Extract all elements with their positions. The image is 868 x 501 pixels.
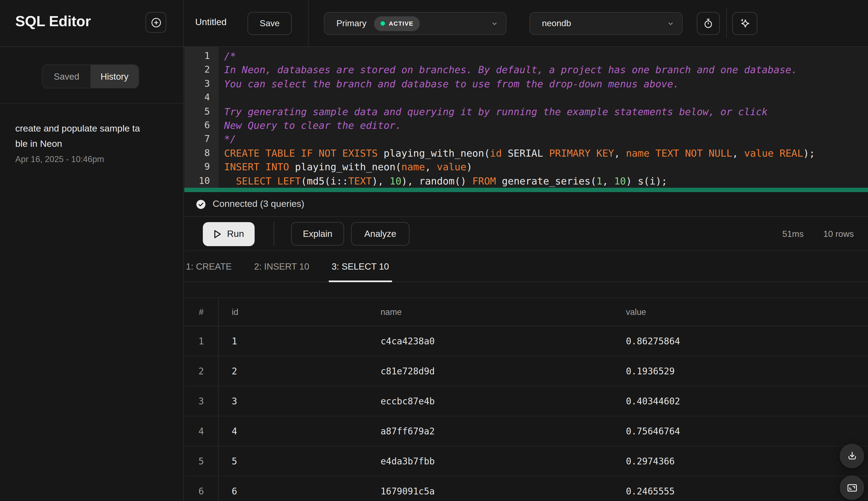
code-token-pl: ), random()	[401, 175, 472, 186]
download-icon	[846, 450, 858, 462]
code-token-pl: ,	[425, 161, 437, 172]
active-status-dot	[381, 21, 385, 26]
table-cell-id: 6	[219, 477, 367, 501]
code-line-content: New Query to clear the editor.	[219, 118, 401, 132]
line-number: 3	[184, 77, 219, 91]
download-results-button[interactable]	[840, 444, 864, 468]
code-token-kw: id	[490, 147, 502, 159]
code-token-nu: 10	[389, 175, 401, 186]
code-token-pl: (md5(i::	[301, 175, 348, 186]
code-token-kw: FROM	[472, 175, 496, 186]
code-token-pl: ) s(i);	[626, 175, 667, 186]
code-token-pl: ,	[602, 175, 614, 186]
check-circle-icon	[195, 199, 207, 210]
table-cell-name: c81e728d9d	[367, 356, 613, 386]
code-line: 5Try generating sample data and querying…	[184, 105, 868, 118]
explain-button[interactable]: Explain	[291, 222, 344, 246]
result-tab[interactable]: 2: INSERT 10	[253, 251, 310, 281]
code-line-content	[219, 90, 224, 105]
table-row: 33eccbc87e4b0.40344602	[184, 386, 868, 416]
history-list-item[interactable]: create and populate sample table in Neon…	[15, 121, 173, 164]
code-token-kw: INSERT INTO	[224, 161, 289, 172]
stopwatch-icon	[702, 18, 714, 30]
table-cell-id: 3	[219, 386, 367, 416]
table-row: 11c4ca4238a00.86275864	[184, 326, 868, 356]
code-token-cm: You can select the branch and database t…	[224, 78, 679, 89]
circle-plus-icon	[150, 16, 162, 29]
line-number: 2	[184, 63, 219, 77]
table-cell-name: eccbc87e4b	[367, 386, 613, 416]
save-button[interactable]: Save	[248, 12, 292, 35]
query-history-timer-button[interactable]	[697, 12, 720, 35]
run-button-label: Run	[227, 228, 244, 239]
code-line: 10 SELECT LEFT(md5(i::TEXT), 10), random…	[184, 174, 868, 188]
query-duration: 51ms	[782, 229, 804, 239]
toolbar-divider	[726, 8, 727, 38]
new-query-button[interactable]	[145, 12, 166, 33]
code-token-kw: value REAL	[744, 147, 803, 159]
active-status-label: ACTIVE	[389, 20, 413, 27]
code-token-cm: /*	[224, 50, 236, 62]
code-line: 3You can select the branch and database …	[184, 77, 868, 91]
code-token-pl: ,	[732, 147, 744, 159]
code-token-kw: SELECT LEFT	[236, 175, 301, 186]
table-cell-id: 5	[219, 446, 367, 476]
code-token-pl: )	[466, 161, 472, 172]
code-token-pl: playing_with_neon(	[378, 147, 490, 159]
column-header-name: name	[367, 298, 613, 326]
branch-select[interactable]: Primary ACTIVE	[324, 12, 506, 35]
sql-code-editor[interactable]: 1/*2In Neon, databases are stored on bra…	[184, 47, 868, 188]
code-line-content: SELECT LEFT(md5(i::TEXT), 10), random() …	[219, 174, 667, 188]
result-tab[interactable]: 3: SELECT 10	[331, 251, 390, 281]
main-panel: Untitled Save Primary ACTIVE neondb	[184, 0, 868, 501]
result-tab[interactable]: 1: CREATE	[185, 251, 233, 281]
connection-status-text: Connected (3 queries)	[213, 199, 304, 210]
code-token-kw: value	[437, 161, 466, 172]
table-cell-id: 1	[219, 326, 367, 356]
code-line: 1/*	[184, 49, 868, 63]
history-title-line: ble in Neon	[15, 136, 173, 151]
table-cell-value: 0.2974366	[613, 446, 868, 476]
code-token-pl: generate_series(	[496, 175, 596, 186]
code-token-kw: name	[401, 161, 425, 172]
connection-status-bar: Connected (3 queries)	[184, 192, 868, 217]
analyze-button[interactable]: Analyze	[351, 222, 409, 246]
table-cell-index: 2	[184, 356, 219, 386]
branch-status-badge: ACTIVE	[374, 16, 420, 31]
code-line: 8CREATE TABLE IF NOT EXISTS playing_with…	[184, 146, 868, 160]
code-token-pl: SERIAL	[502, 147, 549, 159]
database-select[interactable]: neondb	[529, 12, 683, 35]
run-progress-bar	[184, 188, 868, 192]
line-number: 1	[184, 49, 219, 63]
query-row-count: 10 rows	[823, 229, 854, 239]
code-token-kw: TEXT	[348, 175, 372, 186]
tab-saved[interactable]: Saved	[43, 65, 90, 88]
table-cell-id: 2	[219, 356, 367, 386]
code-line: 4	[184, 90, 868, 105]
chevron-down-icon	[491, 20, 498, 27]
table-cell-index: 3	[184, 386, 219, 416]
table-cell-index: 6	[184, 477, 219, 501]
expand-results-button[interactable]	[840, 475, 864, 500]
code-lines: 1/*2In Neon, databases are stored on bra…	[184, 49, 868, 188]
table-cell-name: 1679091c5a	[367, 477, 613, 501]
table-row: 661679091c5a0.2465555	[184, 477, 868, 501]
table-row: 22c81e728d9d0.1936529	[184, 356, 868, 386]
branch-select-value: Primary	[337, 19, 366, 28]
code-token-kw: PRIMARY KEY	[549, 147, 614, 159]
line-number: 5	[184, 105, 219, 118]
code-line: 6New Query to clear the editor.	[184, 118, 868, 132]
code-token-pl	[224, 175, 236, 186]
table-row: 55e4da3b7fbb0.2974366	[184, 446, 868, 477]
ai-assist-button[interactable]	[732, 12, 757, 35]
line-number: 4	[184, 90, 219, 105]
table-cell-value: 0.75646764	[613, 416, 868, 446]
tab-history[interactable]: History	[90, 65, 139, 88]
code-line-content: */	[219, 132, 236, 146]
table-body: 11c4ca4238a00.8627586422c81e728d9d0.1936…	[184, 326, 868, 501]
table-cell-id: 4	[219, 416, 367, 446]
line-number: 9	[184, 160, 219, 174]
table-cell-value: 0.1936529	[613, 356, 868, 386]
run-button[interactable]: Run	[203, 222, 255, 246]
code-token-pl: );	[803, 147, 815, 159]
